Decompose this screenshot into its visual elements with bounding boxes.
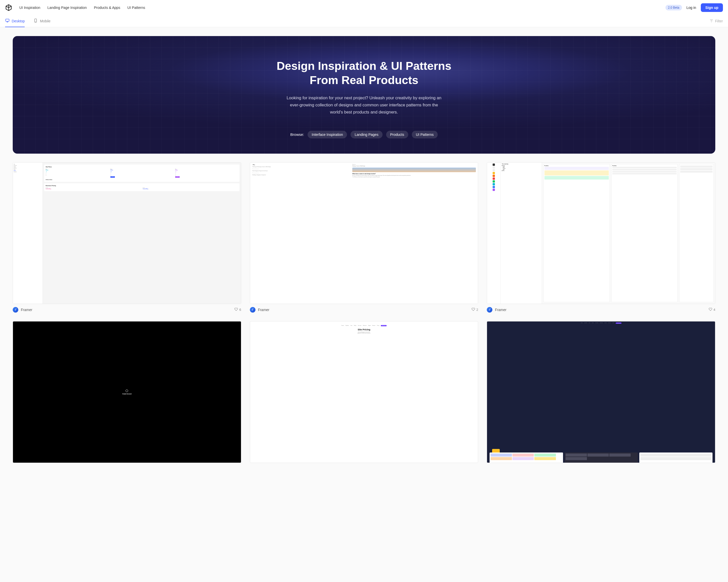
- logo-icon[interactable]: [5, 4, 12, 11]
- thumb-sub: Upgrade to unlock more features.: [357, 333, 371, 334]
- tab-desktop-label: Desktop: [12, 19, 25, 23]
- thumb-article-title: Starting a Career in Web Design: [352, 166, 476, 167]
- thumb-title: Create Account: [122, 393, 132, 395]
- header-main: UI Inspiration Landing Page Inspiration …: [0, 0, 728, 15]
- svg-point-2: [35, 22, 36, 22]
- filter-button[interactable]: Filter: [709, 19, 723, 24]
- card-likes[interactable]: 2: [471, 307, 478, 312]
- device-tabs: Desktop Mobile Filter: [0, 15, 728, 27]
- pill-interface-inspiration[interactable]: Interface Inspiration: [308, 131, 347, 138]
- card-thumbnail[interactable]: Create Account: [13, 321, 241, 463]
- card-meta-left[interactable]: Framer: [250, 307, 269, 312]
- card-meta-left[interactable]: Framer: [487, 307, 506, 312]
- card-likes[interactable]: 4: [709, 307, 715, 312]
- card-likes[interactable]: 6: [234, 307, 241, 312]
- hero-title-line2: From Real Products: [310, 74, 418, 87]
- header-right: 2.0 Beta Log in Sign up: [666, 3, 723, 12]
- thumb-price: £15/mo: [110, 170, 173, 171]
- thumb-price: £10/mo: [46, 170, 108, 171]
- thumb-title: Business Pricing: [46, 185, 238, 186]
- mobile-icon: [33, 18, 38, 24]
- pill-ui-patterns[interactable]: UI Patterns: [412, 131, 438, 138]
- heart-icon: [471, 307, 475, 312]
- nav-landing-page[interactable]: Landing Page Inspiration: [47, 6, 87, 10]
- card-meta: Framer 4: [487, 307, 715, 312]
- card-name: Framer: [258, 308, 269, 312]
- design-card: The Landing Page ▣ PagesHomeAboutContact…: [487, 162, 715, 312]
- thumb-subtitle: £15/mo*editor: [46, 179, 238, 180]
- tabs-left: Desktop Mobile: [5, 15, 51, 27]
- card-like-count: 2: [476, 308, 478, 311]
- pill-landing-pages[interactable]: Landing Pages: [350, 131, 382, 138]
- design-card: Create Account: [13, 321, 241, 463]
- thumb-cta: Start for Free: [616, 323, 622, 324]
- card-thumbnail[interactable]: FramerTemplatesLearnGalleryUse casesReso…: [250, 321, 478, 463]
- thumb-title: Site Plans: [46, 166, 238, 168]
- design-card: FramerTemplatesLearnGalleryUse casesReso…: [250, 321, 478, 463]
- browse-row: Browse: Interface Inspiration Landing Pa…: [28, 131, 700, 138]
- thumb-heading: What does a career in web design involve…: [352, 173, 476, 174]
- header: UI Inspiration Landing Page Inspiration …: [0, 0, 728, 27]
- main-nav: UI Inspiration Landing Page Inspiration …: [19, 6, 145, 10]
- card-meta-left[interactable]: Framer: [13, 307, 32, 312]
- login-link[interactable]: Log in: [686, 6, 696, 10]
- nav-ui-inspiration[interactable]: UI Inspiration: [19, 6, 40, 10]
- card-thumbnail[interactable]: □ Blog • Starting and Growing a Career i…: [250, 162, 478, 304]
- design-card: FramerTemplatesLearnGalleryUse casesReso…: [487, 321, 715, 463]
- thumb-cta: Start for Free: [381, 325, 387, 326]
- card-avatar-icon: [250, 307, 256, 312]
- card-meta: Framer 6: [13, 307, 241, 312]
- card-avatar-icon: [13, 307, 18, 312]
- header-left: UI Inspiration Landing Page Inspiration …: [5, 4, 145, 11]
- thumb-panel-h: Portfolio: [612, 165, 677, 166]
- thumb-title: Site Pricing: [358, 328, 370, 331]
- pill-products[interactable]: Products: [386, 131, 408, 138]
- thumb-custom: Custom Billing: [46, 188, 141, 190]
- card-name: Framer: [495, 308, 506, 312]
- heart-icon: [234, 307, 238, 312]
- hero-title: Design Inspiration & UI Patterns From Re…: [28, 59, 700, 88]
- filter-label: Filter: [715, 19, 723, 23]
- design-card: □ Blog • Starting and Growing a Career i…: [250, 162, 478, 312]
- filter-icon: [709, 19, 713, 24]
- card-thumbnail[interactable]: The Landing Page ▣ PagesHomeAboutContact…: [487, 162, 715, 304]
- nav-ui-patterns[interactable]: UI Patterns: [127, 6, 145, 10]
- design-card: SiteDomainsPagesReviewsPlansBillingVersi…: [13, 162, 241, 312]
- card-like-count: 6: [239, 308, 241, 311]
- desktop-icon: [5, 18, 10, 24]
- card-thumbnail[interactable]: SiteDomainsPagesReviewsPlansBillingVersi…: [13, 162, 241, 304]
- hero-subtitle: Looking for inspiration for your next pr…: [286, 94, 442, 115]
- tab-desktop[interactable]: Desktop: [5, 15, 25, 27]
- signup-button[interactable]: Sign up: [701, 3, 723, 12]
- browse-label: Browse:: [290, 132, 304, 137]
- card-thumbnail[interactable]: FramerTemplatesLearnGalleryUse casesReso…: [487, 321, 715, 463]
- beta-badge[interactable]: 2.0 Beta: [666, 5, 682, 10]
- card-name: Framer: [21, 308, 32, 312]
- card-grid: SiteDomainsPagesReviewsPlansBillingVersi…: [13, 162, 715, 463]
- thumb-panel-h: Portfolio: [544, 165, 609, 166]
- card-like-count: 4: [713, 308, 715, 311]
- hero: Design Inspiration & UI Patterns From Re…: [13, 36, 715, 154]
- nav-products-apps[interactable]: Products & Apps: [94, 6, 120, 10]
- tab-mobile[interactable]: Mobile: [33, 15, 50, 27]
- card-meta: Framer 2: [250, 307, 478, 312]
- card-avatar-icon: [487, 307, 492, 312]
- svg-rect-0: [6, 19, 9, 21]
- content: Design Inspiration & UI Patterns From Re…: [0, 27, 728, 472]
- hero-title-line1: Design Inspiration & UI Patterns: [277, 59, 451, 72]
- thumb-custom: Custom Billing: [143, 188, 238, 190]
- heart-icon: [709, 307, 712, 312]
- thumb-price: £30/mo: [175, 170, 238, 171]
- tab-mobile-label: Mobile: [40, 19, 50, 23]
